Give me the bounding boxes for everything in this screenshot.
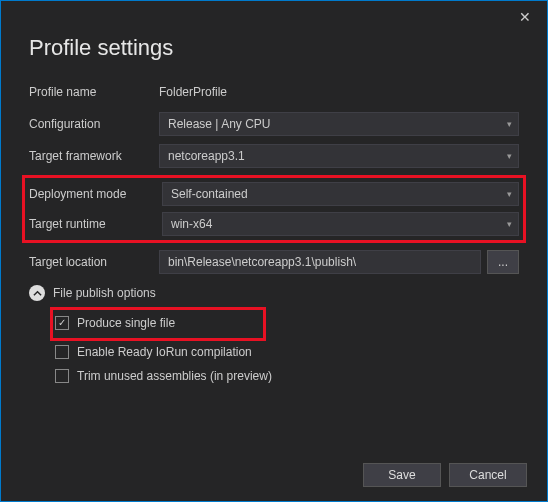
file-publish-options: Produce single file Enable Ready IoRun c… [55,307,519,387]
save-button-label: Save [388,468,415,482]
label-target-framework: Target framework [29,149,159,163]
row-deployment-mode: Deployment mode Self-contained ▾ [29,181,519,207]
cancel-button-label: Cancel [469,468,506,482]
label-deployment-mode: Deployment mode [29,187,162,201]
value-profile-name: FolderProfile [159,85,519,99]
row-target-location: Target location bin\Release\netcoreapp3.… [29,249,519,275]
label-target-runtime: Target runtime [29,217,162,231]
input-target-location[interactable]: bin\Release\netcoreapp3.1\publish\ [159,250,481,274]
checkbox-row-single-file[interactable]: Produce single file [55,312,175,334]
page-title: Profile settings [29,35,519,61]
chevron-down-icon: ▾ [507,151,512,161]
row-target-framework: Target framework netcoreapp3.1 ▾ [29,143,519,169]
dropdown-target-runtime[interactable]: win-x64 ▾ [162,212,519,236]
label-configuration: Configuration [29,117,159,131]
browse-button-label: ... [498,255,508,269]
browse-button[interactable]: ... [487,250,519,274]
checkbox-row-trim[interactable]: Trim unused assemblies (in preview) [55,365,519,387]
row-configuration: Configuration Release | Any CPU ▾ [29,111,519,137]
chevron-down-icon: ▾ [507,119,512,129]
save-button[interactable]: Save [363,463,441,487]
label-profile-name: Profile name [29,85,159,99]
expander-label: File publish options [53,286,156,300]
row-target-runtime: Target runtime win-x64 ▾ [29,211,519,237]
chevron-down-icon: ▾ [507,219,512,229]
dropdown-target-framework[interactable]: netcoreapp3.1 ▾ [159,144,519,168]
cancel-button[interactable]: Cancel [449,463,527,487]
chevron-down-icon: ▾ [507,189,512,199]
checkbox-ready-to-run-label: Enable Ready IoRun compilation [77,345,252,359]
label-target-location: Target location [29,255,159,269]
dialog-content: Profile settings Profile name FolderProf… [1,29,547,387]
dropdown-configuration-value: Release | Any CPU [168,117,271,131]
checkbox-trim[interactable] [55,369,69,383]
titlebar: ✕ [1,1,547,29]
dropdown-deployment-mode-value: Self-contained [171,187,248,201]
highlighted-deployment-group: Deployment mode Self-contained ▾ Target … [22,175,526,243]
expander-file-publish-options[interactable]: File publish options [29,285,519,301]
dropdown-target-runtime-value: win-x64 [171,217,212,231]
checkbox-ready-to-run[interactable] [55,345,69,359]
row-profile-name: Profile name FolderProfile [29,79,519,105]
dropdown-deployment-mode[interactable]: Self-contained ▾ [162,182,519,206]
dialog-footer: Save Cancel [363,463,527,487]
profile-settings-dialog: ✕ Profile settings Profile name FolderPr… [0,0,548,502]
highlighted-single-file: Produce single file [50,307,266,341]
close-icon[interactable]: ✕ [513,7,537,29]
dropdown-target-framework-value: netcoreapp3.1 [168,149,245,163]
dropdown-configuration[interactable]: Release | Any CPU ▾ [159,112,519,136]
input-target-location-value: bin\Release\netcoreapp3.1\publish\ [168,255,356,269]
chevron-up-icon [29,285,45,301]
checkbox-single-file[interactable] [55,316,69,330]
checkbox-trim-label: Trim unused assemblies (in preview) [77,369,272,383]
checkbox-single-file-label: Produce single file [77,316,175,330]
checkbox-row-ready-to-run[interactable]: Enable Ready IoRun compilation [55,341,519,363]
